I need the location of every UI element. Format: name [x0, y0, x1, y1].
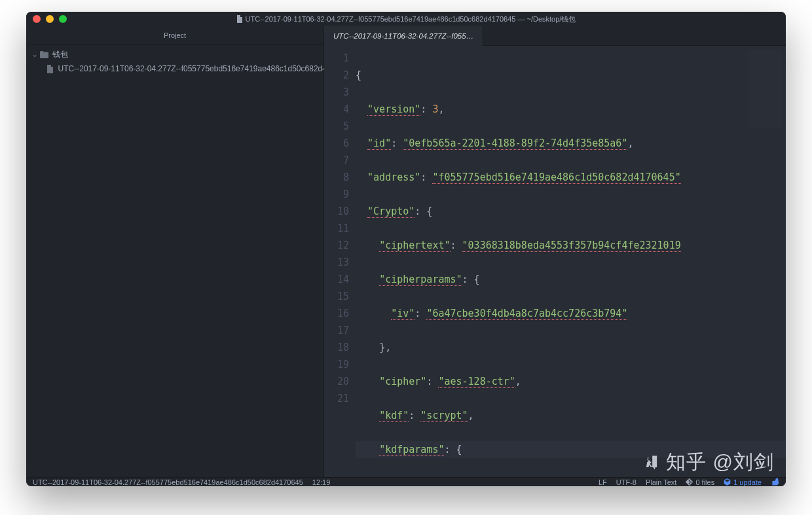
- status-grammar[interactable]: Plain Text: [646, 478, 677, 486]
- app-window: UTC--2017-09-11T06-32-04.277Z--f055775eb…: [26, 12, 786, 486]
- status-cursor-position[interactable]: 12:19: [312, 478, 331, 486]
- line-gutter: 123456789101112131415161718192021: [324, 46, 356, 477]
- code-content[interactable]: { "version": 3, "id": "0efb565a-2201-418…: [356, 46, 786, 477]
- window-body: Project ⌄ 钱包 UTC--2017-09-11T06-32-04.27…: [26, 26, 786, 477]
- chevron-down-icon: ⌄: [31, 50, 37, 59]
- folder-icon: [39, 51, 48, 58]
- status-encoding[interactable]: UTF-8: [616, 478, 637, 486]
- package-icon: [724, 478, 731, 486]
- git-icon: [686, 478, 693, 486]
- tree-folder-label: 钱包: [52, 49, 68, 60]
- tree-root-folder[interactable]: ⌄ 钱包: [26, 47, 323, 62]
- code-area[interactable]: 123456789101112131415161718192021 { "ver…: [324, 46, 786, 477]
- project-sidebar: Project ⌄ 钱包 UTC--2017-09-11T06-32-04.27…: [26, 26, 324, 477]
- status-update[interactable]: 1 update: [724, 478, 762, 486]
- minimize-window-button[interactable]: [46, 15, 54, 23]
- sidebar-header: Project: [26, 26, 323, 44]
- file-icon: [236, 15, 243, 23]
- file-tree: ⌄ 钱包 UTC--2017-09-11T06-32-04.277Z--f055…: [26, 44, 323, 79]
- tab-active[interactable]: UTC--2017-09-11T06-32-04.277Z--f055…: [324, 26, 483, 46]
- zoom-window-button[interactable]: [59, 15, 67, 23]
- window-controls: [33, 15, 67, 23]
- close-window-button[interactable]: [33, 15, 41, 23]
- status-filepath[interactable]: UTC--2017-09-11T06-32-04.277Z--f055775eb…: [33, 478, 303, 486]
- window-title: UTC--2017-09-11T06-32-04.277Z--f055775eb…: [26, 14, 786, 24]
- tree-file-item[interactable]: UTC--2017-09-11T06-32-04.277Z--f055775eb…: [26, 62, 323, 76]
- status-line-ending[interactable]: LF: [599, 478, 607, 486]
- minimap[interactable]: [748, 50, 782, 128]
- status-git-files[interactable]: 0 files: [686, 478, 714, 486]
- editor-pane: UTC--2017-09-11T06-32-04.277Z--f055… 123…: [324, 26, 786, 477]
- titlebar[interactable]: UTC--2017-09-11T06-32-04.277Z--f055775eb…: [26, 12, 786, 26]
- tree-file-label: UTC--2017-09-11T06-32-04.277Z--f055775eb…: [58, 64, 323, 73]
- file-icon: [46, 65, 54, 73]
- tab-bar: UTC--2017-09-11T06-32-04.277Z--f055…: [324, 26, 786, 46]
- squirrel-icon: [771, 478, 779, 486]
- status-squirrel-icon[interactable]: [771, 478, 779, 486]
- status-bar: UTC--2017-09-11T06-32-04.277Z--f055775eb…: [26, 477, 786, 486]
